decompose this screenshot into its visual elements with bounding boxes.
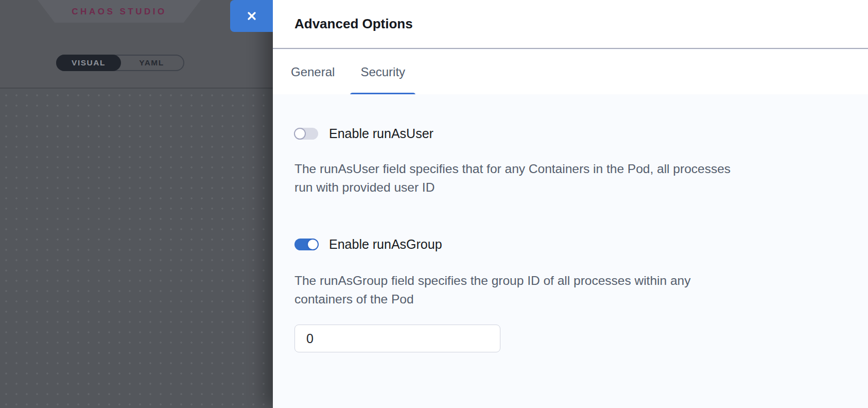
drawer-title: Advanced Options [294, 16, 413, 32]
run-as-user-toggle[interactable] [294, 128, 318, 140]
toggle-knob [294, 128, 306, 140]
run-as-group-id-input[interactable] [294, 325, 500, 352]
run-as-group-toggle[interactable] [294, 239, 318, 250]
run-as-group-label: Enable runAsGroup [329, 237, 442, 252]
description-line: The runAsUser field specifies that for a… [294, 160, 844, 178]
drawer-header: Advanced Options [273, 0, 868, 49]
main-app-backdrop: CHAOS STUDIO VISUAL YAML [0, 0, 273, 408]
advanced-options-drawer: Advanced Options General Security Enable… [273, 0, 868, 408]
description-line: run with provided user ID [294, 178, 844, 197]
toggle-knob [307, 239, 319, 250]
studio-title: CHAOS STUDIO [72, 6, 166, 17]
run-as-group-description: The runAsGroup field specifies the group… [294, 271, 844, 309]
description-line: containers of the Pod [294, 290, 844, 309]
run-as-user-row: Enable runAsUser [294, 126, 844, 141]
workflow-canvas [0, 89, 273, 408]
description-line: The runAsGroup field specifies the group… [294, 271, 844, 290]
run-as-group-row: Enable runAsGroup [294, 237, 844, 252]
yaml-tab[interactable]: YAML [120, 56, 183, 70]
tab-general[interactable]: General [291, 50, 335, 94]
drawer-tabs: General Security [273, 50, 868, 94]
chaos-studio-banner: CHAOS STUDIO [38, 0, 201, 23]
run-as-user-label: Enable runAsUser [329, 126, 433, 141]
close-drawer-button[interactable] [230, 0, 273, 32]
visual-tab[interactable]: VISUAL [56, 55, 121, 71]
run-as-user-description: The runAsUser field specifies that for a… [294, 160, 844, 197]
security-tab-content: Enable runAsUser The runAsUser field spe… [273, 94, 868, 408]
tab-security[interactable]: Security [360, 50, 405, 94]
close-icon [246, 10, 258, 22]
visual-yaml-switch[interactable]: VISUAL YAML [56, 55, 184, 71]
